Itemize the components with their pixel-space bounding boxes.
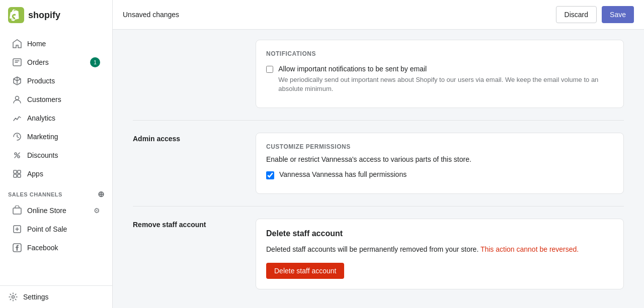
sidebar-nav: Home Orders 1 Products Customers <box>0 30 112 285</box>
sidebar-item-analytics[interactable]: Analytics <box>4 109 108 127</box>
online-store-settings-icon[interactable]: ⚙ <box>94 207 100 215</box>
delete-staff-card: Delete staff account Deleted staff accou… <box>256 219 624 289</box>
full-permissions-checkbox-row: Vannessa Vannessa has full permissions <box>266 170 613 179</box>
customers-icon <box>12 94 22 105</box>
sidebar-item-products-label: Products <box>27 77 55 85</box>
sidebar-item-home-label: Home <box>27 40 46 48</box>
delete-card-title: Delete staff account <box>266 229 613 238</box>
delete-desc-warning: This action cannot be reversed. <box>478 245 579 253</box>
discounts-icon <box>12 150 22 160</box>
full-permissions-label[interactable]: Vannessa Vannessa has full permissions <box>279 170 407 178</box>
sidebar-item-discounts-label: Discounts <box>27 151 58 159</box>
discard-button[interactable]: Discard <box>556 6 597 23</box>
admin-access-section: Admin access CUSTOMIZE PERMISSIONS Enabl… <box>133 121 624 207</box>
delete-staff-button[interactable]: Delete staff account <box>266 263 344 279</box>
notifications-section-label-col <box>133 40 244 108</box>
notifications-checkbox-row: Allow important notifications to be sent… <box>266 64 613 93</box>
svg-point-4 <box>18 156 20 158</box>
sidebar-item-online-store-label: Online Store <box>27 207 66 215</box>
sidebar-item-customers-label: Customers <box>27 95 61 104</box>
sidebar-item-marketing[interactable]: Marketing <box>4 128 108 146</box>
sidebar: shopify Home Orders 1 Products <box>0 0 113 308</box>
sidebar-item-marketing-label: Marketing <box>27 133 58 141</box>
svg-point-12 <box>12 296 15 298</box>
delete-desc-normal: Deleted staff accounts will be permanent… <box>266 245 478 253</box>
notifications-checkbox-hint: We periodically send out important news … <box>278 75 613 93</box>
facebook-icon <box>12 243 22 253</box>
full-permissions-checkbox[interactable] <box>266 171 274 179</box>
remove-staff-section: Remove staff account Delete staff accoun… <box>133 207 624 301</box>
sidebar-item-customers[interactable]: Customers <box>4 90 108 109</box>
sidebar-item-apps[interactable]: Apps <box>4 165 108 183</box>
sales-channels-section: SALES CHANNELS ⊕ <box>0 183 112 201</box>
admin-access-card-col: CUSTOMIZE PERMISSIONS Enable or restrict… <box>256 133 624 194</box>
sales-channels-label: SALES CHANNELS <box>8 191 62 197</box>
sidebar-logo-text: shopify <box>28 10 60 21</box>
svg-rect-8 <box>18 174 21 177</box>
notifications-card-col: NOTIFICATIONS Allow important notificati… <box>256 40 624 108</box>
delete-card-col: Delete staff account Deleted staff accou… <box>256 219 624 289</box>
analytics-icon <box>12 113 22 123</box>
shopify-logo-icon <box>8 7 24 23</box>
sidebar-item-analytics-label: Analytics <box>27 114 55 122</box>
notifications-section: NOTIFICATIONS Allow important notificati… <box>133 40 624 121</box>
sidebar-item-home[interactable]: Home <box>4 35 108 53</box>
sidebar-item-facebook[interactable]: Facebook <box>4 239 108 257</box>
sidebar-item-settings[interactable]: Settings <box>0 285 112 308</box>
apps-icon <box>12 169 22 179</box>
main-content: Unsaved changes Discard Save NOTIFICATIO… <box>113 0 644 308</box>
products-icon <box>12 76 22 86</box>
delete-card-description: Deleted staff accounts will be permanent… <box>266 244 613 255</box>
remove-staff-label: Remove staff account <box>133 219 244 289</box>
notifications-checkbox-label[interactable]: Allow important notifications to be sent… <box>278 65 427 73</box>
sidebar-item-orders-label: Orders <box>27 58 49 66</box>
svg-point-2 <box>16 96 19 100</box>
add-channel-icon[interactable]: ⊕ <box>98 189 105 199</box>
marketing-icon <box>12 132 22 142</box>
sidebar-item-pos-label: Point of Sale <box>27 225 67 233</box>
sidebar-item-pos[interactable]: Point of Sale <box>4 220 108 238</box>
permissions-card: CUSTOMIZE PERMISSIONS Enable or restrict… <box>256 133 624 194</box>
bottom-bar: Save <box>133 301 624 308</box>
topbar-actions: Discard Save <box>556 6 634 23</box>
svg-rect-7 <box>14 174 17 177</box>
topbar-title: Unsaved changes <box>123 11 179 19</box>
sidebar-item-orders[interactable]: Orders 1 <box>4 53 108 71</box>
orders-icon <box>12 57 22 67</box>
sidebar-item-facebook-label: Facebook <box>27 244 58 252</box>
online-store-icon <box>12 206 22 216</box>
permissions-description: Enable or restrict Vannessa's access to … <box>266 155 613 163</box>
settings-icon <box>8 292 18 302</box>
sidebar-settings-label: Settings <box>23 293 49 301</box>
notifications-card: NOTIFICATIONS Allow important notificati… <box>256 40 624 108</box>
sidebar-logo[interactable]: shopify <box>0 0 112 30</box>
content-area: NOTIFICATIONS Allow important notificati… <box>113 30 644 308</box>
sidebar-item-discounts[interactable]: Discounts <box>4 146 108 164</box>
orders-badge: 1 <box>90 57 100 67</box>
admin-access-label: Admin access <box>133 133 244 194</box>
svg-rect-9 <box>13 208 21 214</box>
notifications-heading: NOTIFICATIONS <box>266 50 613 57</box>
home-icon <box>12 39 22 49</box>
notifications-checkbox[interactable] <box>266 65 273 73</box>
pos-icon <box>12 224 22 234</box>
svg-rect-6 <box>18 170 21 173</box>
svg-rect-5 <box>14 170 17 173</box>
sidebar-item-apps-label: Apps <box>27 170 43 178</box>
sidebar-item-products[interactable]: Products <box>4 72 108 90</box>
permissions-heading: CUSTOMIZE PERMISSIONS <box>266 143 613 150</box>
save-button-top[interactable]: Save <box>602 6 634 23</box>
sidebar-item-online-store[interactable]: Online Store ⚙ <box>4 201 108 220</box>
svg-point-3 <box>15 153 17 155</box>
topbar: Unsaved changes Discard Save <box>113 0 644 30</box>
